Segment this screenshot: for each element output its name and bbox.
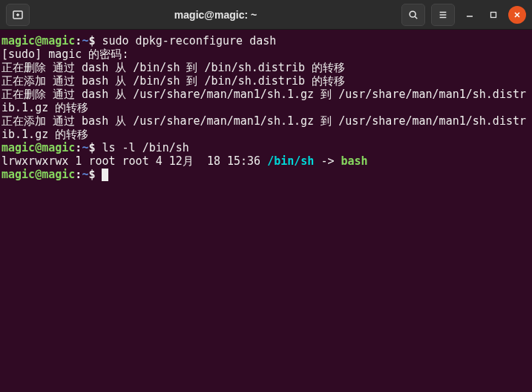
prompt-user: magic@magic [1, 141, 75, 154]
svg-point-1 [410, 11, 416, 17]
command-text: ls -l /bin/sh [95, 141, 188, 154]
minimize-button[interactable] [461, 6, 479, 24]
terminal-line: 正在添加 通过 bash 从 /bin/sh 到 /bin/sh.distrib… [1, 74, 531, 88]
titlebar-right [401, 4, 526, 26]
search-button[interactable] [401, 4, 425, 26]
window-title: magic@magic: ~ [33, 9, 398, 21]
symlink-target: bash [341, 154, 368, 168]
terminal-line: magic@magic:~$ [1, 168, 531, 181]
terminal-line: magic@magic:~$ sudo dpkg-reconfigure das… [1, 34, 531, 48]
terminal-body[interactable]: magic@magic:~$ sudo dpkg-reconfigure das… [0, 30, 532, 392]
titlebar-left [6, 4, 30, 26]
terminal-line: magic@magic:~$ ls -l /bin/sh [1, 141, 531, 154]
terminal-line: 正在添加 通过 bash 从 /usr/share/man/man1/sh.1.… [1, 114, 531, 141]
symlink-name: /bin/sh [267, 154, 314, 168]
terminal-line: 正在删除 通过 dash 从 /bin/sh 到 /bin/sh.distrib… [1, 61, 531, 74]
titlebar: magic@magic: ~ [0, 0, 532, 30]
command-text: sudo dpkg-reconfigure dash [95, 34, 276, 48]
maximize-button[interactable] [485, 6, 502, 24]
terminal-line: lrwxrwxrwx 1 root root 4 12月 18 15:36 /b… [1, 154, 531, 168]
svg-rect-2 [491, 12, 496, 17]
new-tab-button[interactable] [6, 4, 30, 26]
prompt-user: magic@magic [1, 34, 75, 48]
close-button[interactable] [508, 6, 526, 24]
menu-button[interactable] [431, 4, 455, 26]
terminal-line: [sudo] magic 的密码: [1, 48, 531, 61]
prompt-user: magic@magic [1, 168, 75, 181]
arrow: -> [314, 154, 341, 168]
ls-output-prefix: lrwxrwxrwx 1 root root 4 12月 18 15:36 [1, 154, 267, 168]
terminal-line: 正在删除 通过 dash 从 /usr/share/man/man1/sh.1.… [1, 88, 531, 114]
command-text [95, 168, 102, 181]
cursor-icon [102, 169, 108, 181]
